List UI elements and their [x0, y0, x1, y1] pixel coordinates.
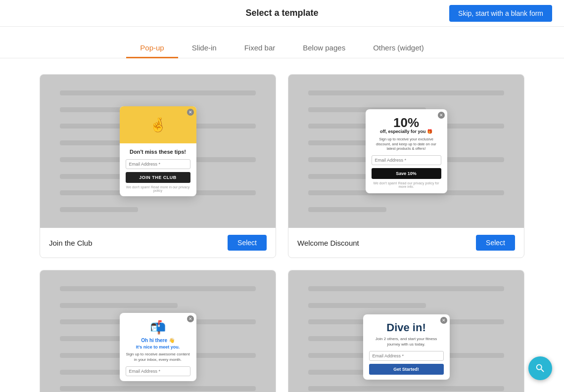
tab-below-pages[interactable]: Below pages: [289, 39, 359, 58]
hi-title: Oh hi there 👋: [126, 337, 190, 344]
search-icon: [535, 363, 546, 374]
popup-join-title: Don't miss these tips!: [126, 148, 190, 155]
tab-fixed-bar[interactable]: Fixed bar: [231, 39, 289, 58]
discount-subtext: off, especially for you 🎁: [372, 129, 441, 134]
popup-hi-email-input[interactable]: [126, 366, 190, 376]
card-footer-welcome-discount: Welcome Discount Select: [288, 228, 524, 258]
help-chat-button[interactable]: [528, 356, 552, 380]
popup-discount-cta[interactable]: Save 10%: [372, 168, 441, 179]
popup-join-footnote: We don't spam! Read more in our privacy …: [126, 185, 190, 192]
hi-subtitle: It's nice to meet you.: [126, 345, 190, 349]
select-join-club-button[interactable]: Select: [228, 235, 267, 251]
tabs-bar: Pop-up Slide-in Fixed bar Below pages Ot…: [0, 27, 564, 58]
popup-join-cta[interactable]: JOIN THE CLUB: [126, 172, 190, 183]
tab-others[interactable]: Others (widget): [359, 39, 438, 58]
hi-description: Sign up to receive awesome content in yo…: [126, 352, 190, 362]
dive-description: Join 2 others, and start your fitness jo…: [369, 337, 444, 347]
popup-dive-email-input[interactable]: [369, 351, 444, 361]
popup-header-yellow: 🤞: [120, 106, 196, 143]
card-preview-welcome-discount: ✕ 10% off, especially for you 🎁 Sign up …: [288, 75, 524, 228]
template-card-dive-in: ✕ Dive in! Join 2 others, and start your…: [288, 270, 524, 392]
skip-button[interactable]: Skip, start with a blank form: [449, 5, 552, 22]
template-card-join-club: ✕ 🤞 Don't miss these tips! JOIN THE CLUB…: [40, 74, 276, 258]
popup-join-club: ✕ 🤞 Don't miss these tips! JOIN THE CLUB…: [120, 106, 196, 196]
discount-percentage: 10%: [372, 116, 441, 129]
template-card-welcome-discount: ✕ 10% off, especially for you 🎁 Sign up …: [288, 74, 524, 258]
popup-dive-in: ✕ Dive in! Join 2 others, and start your…: [363, 314, 450, 380]
card-preview-join-club: ✕ 🤞 Don't miss these tips! JOIN THE CLUB…: [40, 75, 276, 228]
dive-title: Dive in!: [369, 321, 444, 334]
select-welcome-discount-button[interactable]: Select: [476, 235, 515, 251]
discount-description: Sign up to receive your exclusive discou…: [372, 137, 441, 151]
card-footer-join-club: Join the Club Select: [40, 228, 276, 258]
card-preview-dive-in: ✕ Dive in! Join 2 others, and start your…: [288, 270, 524, 392]
card-preview-hi-there: ✕ 📬 Oh hi there 👋 It's nice to meet you.…: [40, 270, 276, 392]
popup-hi-there: ✕ 📬 Oh hi there 👋 It's nice to meet you.…: [120, 313, 196, 381]
popup-discount-email-input[interactable]: [372, 155, 441, 165]
popup-discount: ✕ 10% off, especially for you 🎁 Sign up …: [366, 109, 447, 193]
popup-join-email-input[interactable]: [126, 159, 190, 169]
page-title: Select a template: [245, 8, 318, 18]
popup-discount-footnote: We don't spam! Read our privacy policy f…: [372, 181, 441, 188]
tab-popup[interactable]: Pop-up: [126, 39, 178, 58]
tab-slide-in[interactable]: Slide-in: [178, 39, 231, 58]
template-name-welcome-discount: Welcome Discount: [297, 239, 359, 247]
template-name-join-club: Join the Club: [49, 239, 93, 247]
popup-dive-cta[interactable]: Get Started!: [369, 364, 444, 375]
popup-close-icon[interactable]: ✕: [187, 109, 194, 116]
mailbox-emoji: 📬: [126, 320, 190, 335]
templates-grid: ✕ 🤞 Don't miss these tips! JOIN THE CLUB…: [0, 74, 564, 392]
template-card-hi-there: ✕ 📬 Oh hi there 👋 It's nice to meet you.…: [40, 270, 276, 392]
crossed-fingers-emoji: 🤞: [149, 117, 167, 133]
popup-close-hi-icon[interactable]: ✕: [187, 315, 194, 322]
page-header: Select a template Skip, start with a bla…: [0, 0, 564, 27]
popup-close-discount-icon[interactable]: ✕: [438, 112, 445, 119]
popup-close-dive-icon[interactable]: ✕: [440, 317, 447, 324]
